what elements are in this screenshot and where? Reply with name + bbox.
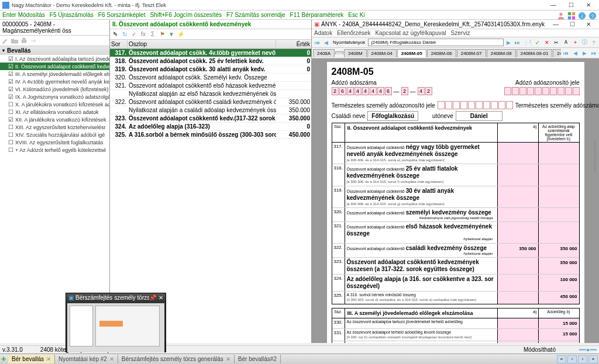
digit-box[interactable] (504, 87, 511, 95)
menu-f11[interactable]: F11 Bérparaméterek (290, 12, 344, 18)
close-button[interactable]: ✕ (580, 1, 597, 10)
tabnav-last-icon[interactable]: ⏭ (590, 49, 598, 57)
cell-b[interactable]: 15 000 (538, 318, 579, 328)
cell-b[interactable] (538, 143, 579, 164)
nav-first[interactable]: « (557, 355, 566, 363)
digit-box[interactable] (468, 101, 475, 109)
grid-row-4[interactable]: 321.Összevont adóalapot csökkentő első h… (110, 82, 311, 90)
pencil-icon[interactable]: ✎ (111, 30, 119, 39)
digit-box[interactable]: 4 (370, 87, 377, 95)
anyk-min[interactable]: — (548, 20, 564, 29)
digit-box[interactable] (519, 87, 526, 95)
folder-icon[interactable] (11, 37, 19, 45)
btab-0[interactable]: Bér bevallás✕ (8, 355, 55, 363)
digit-box[interactable] (573, 87, 580, 95)
digit-box[interactable] (460, 101, 467, 109)
tab-close-icon[interactable]: ✕ (226, 356, 230, 362)
btab-3[interactable]: Bér bevallás#2 (235, 355, 281, 363)
form-tab-5[interactable]: 2408M-06 (427, 49, 456, 57)
lightning-icon[interactable]: ⚡ (177, 30, 185, 39)
thumb-close-icon[interactable]: ✕ (159, 294, 163, 301)
digit-box[interactable] (445, 101, 452, 109)
tree-item-4[interactable]: VI. Különadózó jövedelmek (kifizetések) (0, 85, 109, 93)
tabnav-next-icon[interactable]: ▶ (580, 49, 588, 57)
tool-x-icon[interactable]: ✕ (543, 39, 551, 47)
minimize-button[interactable]: — (545, 1, 562, 10)
cell-a[interactable] (497, 341, 538, 343)
nav-next[interactable]: › (578, 355, 587, 363)
apps-icon[interactable] (567, 12, 576, 20)
sum-icon[interactable]: Σ (149, 30, 157, 39)
digit-box[interactable] (506, 101, 513, 109)
grid-row-8[interactable]: 323.Összevont adóalapot csökkentő kedv.(… (110, 115, 311, 123)
grid-row-2[interactable]: 319.Összevont adóalapot csökk. 30 alatti… (110, 65, 311, 74)
grid-row-10[interactable]: 325.A 316.sorból a bérnek minősülő össze… (110, 131, 311, 139)
col-ertek[interactable]: Érték (276, 40, 311, 48)
tool-plus-icon[interactable]: ＋ (571, 39, 579, 47)
form-tab-0[interactable]: 2408A (313, 49, 335, 57)
tree-item-5[interactable]: IX. A Jogviszonyra vonatkozó adatszolgál (0, 93, 109, 100)
tool-help-icon[interactable]: ? (590, 39, 598, 47)
tabnav-prev-icon[interactable]: ◀ (571, 49, 579, 57)
filter-icon[interactable]: ▼ (167, 30, 175, 39)
tree-item-7[interactable]: XI. Az ellátásokra vonatkozó adatok (0, 108, 109, 116)
uto-value[interactable]: Dániel (456, 111, 502, 121)
form-tab-2[interactable]: 2408M (344, 49, 366, 57)
digit-box[interactable]: 4 (354, 87, 362, 95)
menu-f7[interactable]: F7 Számítás sorrendje (226, 12, 285, 18)
digit-box[interactable] (453, 101, 460, 109)
tool-info-icon[interactable]: ⓘ (580, 39, 588, 47)
tree-item-10[interactable]: XIV. Szociális hozzájárulási adóból igé (0, 131, 109, 138)
digit-box[interactable] (557, 87, 564, 95)
cell-a[interactable] (497, 208, 538, 221)
form-tab-3[interactable]: 2408M-04 (367, 49, 397, 57)
cell-b[interactable]: 100 000 (538, 275, 579, 291)
digit-box[interactable]: 4 (377, 87, 384, 95)
digit-box[interactable] (527, 87, 534, 95)
nav-first-icon[interactable]: ⏮ (313, 39, 321, 47)
user-icon[interactable] (557, 12, 565, 20)
form-tab-6[interactable]: 2408M-07 (457, 49, 486, 57)
grid-row-5[interactable]: Nyilatkozat alapján az első házasok kedv… (110, 90, 311, 98)
edit-icon[interactable] (1, 37, 9, 45)
nav-prev[interactable]: ‹ (567, 355, 577, 363)
cell-a[interactable] (497, 329, 538, 341)
col-oszlop[interactable]: Oszlop (128, 40, 276, 48)
cell-b[interactable] (538, 164, 579, 185)
menu-enter[interactable]: Enter Módosítás (2, 12, 45, 18)
btab-2[interactable]: Bérszámfejtés személy törzs generálás✕ (118, 355, 235, 363)
anyk-menu-kapcs[interactable]: Kapcsolat az ügyfélkapuval (375, 30, 446, 36)
digit-box[interactable] (512, 87, 519, 95)
digit-box[interactable] (535, 87, 542, 95)
grid-row-6[interactable]: 322.Összevont adóalapot csökkentő család… (110, 98, 311, 106)
thumb-preview[interactable] (67, 303, 164, 352)
digit-box[interactable] (542, 87, 549, 95)
tool-check-icon[interactable]: ✓ (533, 39, 542, 47)
arrow-icon[interactable] (29, 37, 37, 45)
tree-item-6[interactable]: X. A járulékokra vonatkozó kifizetések a… (0, 100, 109, 108)
nav-dropdown[interactable]: (2408M) Főfoglalkozású Dániel (368, 39, 504, 46)
digit-box[interactable] (565, 87, 572, 95)
digit-box[interactable]: 6 (385, 87, 392, 95)
tabnav-first-icon[interactable]: ⏮ (562, 49, 570, 57)
cell-b[interactable] (538, 186, 579, 207)
fx-icon[interactable]: fx (139, 30, 147, 39)
cell-a[interactable] (497, 143, 538, 164)
cell-a[interactable] (497, 222, 538, 242)
grid-row-3[interactable]: 320.Összevont adóalapot csökk. Személyi … (110, 74, 311, 82)
digit-box[interactable]: 4 (418, 87, 425, 95)
digit-box[interactable]: 4 (362, 87, 369, 95)
digit-box[interactable] (491, 101, 498, 109)
nav-next-icon[interactable]: ▶ (504, 39, 512, 47)
cell-b[interactable]: 450 000 (538, 292, 579, 304)
menu-f5[interactable]: F5 Újraszámolás (50, 12, 94, 18)
info-icon[interactable]: i (578, 12, 586, 20)
digit-box[interactable] (550, 87, 557, 95)
tree-item-0[interactable]: I. Az összevont adóalapba tartozó jövede (0, 55, 109, 63)
cell-a[interactable] (497, 318, 538, 328)
refresh-icon[interactable]: ↻ (121, 30, 129, 39)
form-tab-9[interactable]: 2408M-09-02 (553, 49, 561, 57)
cell-b[interactable]: 350 000 (538, 258, 579, 274)
tab-add-icon[interactable]: ✚ (1, 356, 6, 362)
cell-b[interactable] (538, 208, 579, 221)
